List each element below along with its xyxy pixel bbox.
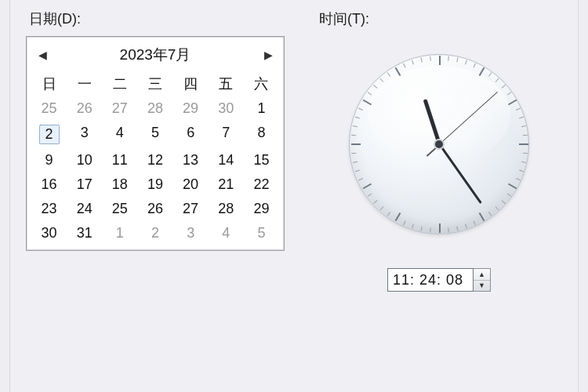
calendar-dow: 一 [67, 71, 102, 96]
calendar-day[interactable]: 22 [244, 172, 279, 197]
calendar-day[interactable]: 6 [173, 121, 209, 148]
calendar-day[interactable]: 19 [137, 172, 172, 197]
calendar-day[interactable]: 2 [137, 221, 172, 245]
time-spinner: ▲ ▼ [387, 268, 491, 292]
calendar-day[interactable]: 31 [67, 221, 102, 245]
clock-tick-minor [523, 135, 528, 136]
clock-tick-minor [421, 57, 423, 62]
triangle-up-icon: ▲ [478, 270, 485, 278]
clock-tick-minor [412, 60, 414, 64]
calendar-day[interactable]: 26 [137, 197, 172, 221]
calendar-day[interactable]: 18 [102, 172, 137, 197]
calendar-day[interactable]: 24 [67, 197, 102, 221]
calendar-dow: 五 [209, 71, 244, 96]
clock-tick-major [439, 56, 441, 65]
clock-tick-minor [368, 193, 372, 196]
clock-tick-major [519, 143, 528, 145]
calendar-day[interactable]: 17 [67, 172, 102, 197]
date-column: 日期(D): ◀ 2023年7月 ▶ 日一二三四五六25262728293012… [26, 8, 285, 292]
clock-tick-major [508, 100, 517, 106]
date-time-panel: 日期(D): ◀ 2023年7月 ▶ 日一二三四五六25262728293012… [9, 0, 579, 392]
calendar-day[interactable]: 7 [209, 121, 244, 148]
calendar-day[interactable]: 28 [137, 96, 172, 121]
calendar-day[interactable]: 27 [173, 197, 209, 221]
clock-tick-minor [456, 227, 458, 231]
calendar-day[interactable]: 8 [244, 121, 279, 148]
clock-tick-major [351, 143, 361, 145]
calendar-day[interactable]: 29 [173, 96, 209, 121]
calendar-title[interactable]: 2023年7月 [120, 45, 191, 65]
clock-tick-minor [488, 72, 492, 76]
clock-tick-minor [358, 178, 363, 180]
clock-hour-hand [423, 99, 441, 145]
calendar-header: ◀ 2023年7月 ▶ [31, 40, 279, 71]
calendar-day[interactable]: 16 [31, 172, 67, 197]
calendar-day[interactable]: 1 [102, 221, 137, 245]
calendar-day[interactable]: 30 [31, 221, 67, 245]
calendar-day[interactable]: 30 [209, 96, 244, 121]
calendar-day[interactable]: 20 [173, 172, 209, 197]
clock-tick-minor [403, 221, 405, 226]
calendar-day[interactable]: 15 [244, 148, 279, 172]
calendar-day[interactable]: 14 [209, 148, 244, 172]
chevron-left-icon: ◀ [38, 49, 47, 61]
calendar-day[interactable]: 11 [102, 148, 137, 172]
clock-tick-minor [353, 125, 358, 127]
clock-tick-minor [465, 60, 467, 64]
clock-tick-minor [430, 227, 431, 232]
calendar-day[interactable]: 1 [244, 96, 279, 121]
calendar-day[interactable]: 13 [173, 148, 209, 172]
clock-tick-minor [495, 206, 499, 210]
clock-tick-major [439, 223, 441, 233]
time-label: 时间(T): [319, 9, 369, 28]
clock-tick-minor [502, 200, 506, 204]
clock-tick-minor [368, 92, 372, 95]
clock-tick-minor [403, 64, 405, 68]
calendar-day[interactable]: 21 [209, 172, 244, 197]
calendar-grid: 日一二三四五六252627282930123456789101112131415… [31, 71, 279, 245]
calendar-day[interactable]: 5 [244, 221, 279, 245]
clock-tick-minor [519, 170, 524, 172]
calendar-next-button[interactable]: ▶ [260, 47, 276, 63]
clock-tick-minor [373, 85, 377, 89]
clock-tick-major [479, 67, 485, 76]
clock-tick-major [363, 100, 372, 106]
calendar-day[interactable]: 23 [31, 197, 67, 221]
time-spin-down-button[interactable]: ▼ [474, 281, 490, 292]
clock-tick-minor [351, 153, 356, 154]
calendar-day[interactable]: 27 [102, 96, 137, 121]
clock-tick-minor [353, 162, 358, 163]
calendar-day[interactable]: 4 [102, 121, 137, 148]
time-column: 时间(T): ▲ ▼ [316, 8, 562, 292]
clock-tick-minor [474, 64, 476, 68]
calendar-day[interactable]: 3 [67, 121, 102, 148]
chevron-right-icon: ▶ [264, 49, 273, 61]
calendar-day[interactable]: 4 [209, 221, 244, 245]
calendar-day[interactable]: 5 [137, 121, 172, 148]
clock-tick-minor [474, 221, 476, 226]
time-spin-up-button[interactable]: ▲ [474, 269, 490, 281]
calendar-day[interactable]: 26 [67, 96, 102, 121]
calendar-day[interactable]: 2 [31, 121, 67, 148]
clock-tick-minor [380, 78, 384, 82]
time-input[interactable] [387, 268, 474, 292]
calendar-day[interactable]: 3 [173, 221, 209, 245]
clock-tick-minor [519, 117, 524, 119]
calendar-prev-button[interactable]: ◀ [34, 47, 50, 63]
calendar-day[interactable]: 9 [31, 148, 67, 172]
calendar-day[interactable]: 10 [67, 148, 102, 172]
clock-tick-major [479, 212, 485, 221]
calendar-day[interactable]: 28 [209, 197, 244, 221]
calendar-day[interactable]: 25 [31, 96, 67, 121]
triangle-down-icon: ▼ [478, 281, 485, 289]
clock-tick-minor [448, 227, 449, 232]
calendar-day[interactable]: 29 [244, 197, 279, 221]
clock-tick-minor [516, 108, 521, 111]
clock-tick-minor [516, 178, 521, 180]
clock-tick-minor [507, 92, 511, 95]
clock-tick-major [395, 212, 401, 221]
clock-tick-minor [351, 135, 356, 136]
clock-tick-minor [507, 193, 511, 196]
calendar-day[interactable]: 12 [137, 148, 172, 172]
calendar-day[interactable]: 25 [102, 197, 137, 221]
